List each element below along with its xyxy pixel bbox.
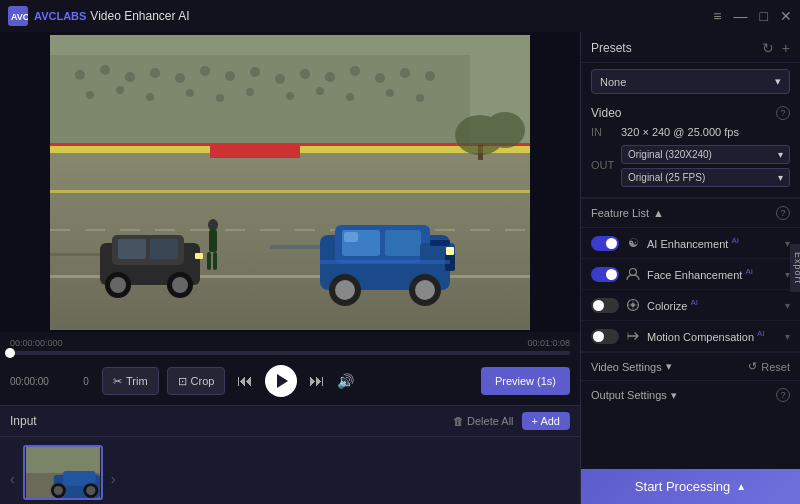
feature-list-label: Feature List <box>591 207 649 219</box>
next-media-button[interactable]: › <box>111 471 116 487</box>
motion-compensation-expand-icon[interactable]: ▾ <box>785 331 790 342</box>
ai-enhancement-icon: ☯ <box>625 235 641 251</box>
presets-dropdown[interactable]: None ▾ <box>591 69 790 94</box>
face-enhancement-toggle[interactable] <box>591 267 619 282</box>
trash-icon: 🗑 <box>453 415 464 427</box>
preview-button[interactable]: Preview (1s) <box>481 367 570 395</box>
video-section-title: Video <box>591 106 621 120</box>
skip-forward-button[interactable]: ⏭ <box>305 370 329 392</box>
play-button[interactable] <box>265 365 297 397</box>
svg-point-16 <box>350 66 360 76</box>
maximize-icon[interactable]: □ <box>760 8 768 24</box>
out-label: OUT <box>591 159 621 171</box>
menu-icon[interactable]: ≡ <box>713 8 721 24</box>
time-end: 00:01:0:08 <box>527 338 570 348</box>
svg-rect-50 <box>320 260 450 264</box>
prev-media-button[interactable]: ‹ <box>10 471 15 487</box>
toggle-knob <box>606 269 617 280</box>
video-help-icon[interactable]: ? <box>776 106 790 120</box>
controls-bar: 00:00:00 0 ✂ Trim ⊡ Crop ⏮ ⏭ 🔊 Preview (… <box>0 357 580 405</box>
skip-back-button[interactable]: ⏮ <box>233 370 257 392</box>
video-settings-label: Video Settings <box>591 361 662 373</box>
preview-label: Preview (1s) <box>495 375 556 387</box>
seekbar-thumb[interactable] <box>5 348 15 358</box>
out-resolution-dropdown[interactable]: Original (320X240) ▾ <box>621 145 790 164</box>
media-thumbnail[interactable] <box>23 445 103 500</box>
right-panel: Presets ↻ + None ▾ Video ? IN 320 × 240 … <box>580 32 800 504</box>
svg-point-82 <box>631 303 635 307</box>
svg-point-25 <box>246 88 254 96</box>
presets-value: None <box>600 76 626 88</box>
video-preview <box>50 35 530 330</box>
feature-item-face-enhancement: Face Enhancement AI ▾ <box>581 259 800 290</box>
reset-icon: ↺ <box>748 360 757 373</box>
motion-compensation-label: Motion Compensation AI <box>647 329 779 343</box>
video-out-row: OUT Original (320X240) ▾ Original (25 FP… <box>591 142 790 187</box>
svg-point-46 <box>335 280 355 300</box>
svg-rect-66 <box>478 145 483 160</box>
minimize-icon[interactable]: — <box>734 8 748 24</box>
chevron-down-icon: ▾ <box>778 149 783 160</box>
svg-point-28 <box>346 93 354 101</box>
colorize-toggle[interactable] <box>591 298 619 313</box>
colorize-label: Colorize AI <box>647 298 779 312</box>
seekbar-area: 00:00:00:000 00:01:0:08 <box>0 332 580 357</box>
out-resolution-value: Original (320X240) <box>628 149 712 160</box>
svg-point-26 <box>286 92 294 100</box>
delete-all-button[interactable]: 🗑 Delete All <box>453 415 513 427</box>
colorize-expand-icon[interactable]: ▾ <box>785 300 790 311</box>
right-panel-content: Presets ↻ + None ▾ Video ? IN 320 × 240 … <box>581 32 800 469</box>
add-preset-icon[interactable]: + <box>782 40 790 56</box>
svg-rect-49 <box>446 247 454 255</box>
seekbar-track[interactable] <box>10 351 570 355</box>
start-processing-button[interactable]: Start Processing ▲ <box>581 469 800 504</box>
svg-point-8 <box>150 68 160 78</box>
svg-point-15 <box>325 72 335 82</box>
out-fps-dropdown[interactable]: Original (25 FPS) ▾ <box>621 168 790 187</box>
play-icon <box>277 374 288 388</box>
add-button[interactable]: + Add <box>522 412 570 430</box>
svg-rect-63 <box>213 252 217 270</box>
feature-list-help-icon[interactable]: ? <box>776 206 790 220</box>
reset-label[interactable]: Reset <box>761 361 790 373</box>
video-settings-section[interactable]: Video Settings ▾ ↺ Reset <box>581 352 800 380</box>
output-settings-section[interactable]: Output Settings ▾ ? <box>581 380 800 409</box>
refresh-presets-icon[interactable]: ↻ <box>762 40 774 56</box>
crop-label: Crop <box>191 375 215 387</box>
toggle-knob <box>593 300 604 311</box>
ai-enhancement-toggle[interactable] <box>591 236 619 251</box>
left-panel: 00:00:00:000 00:01:0:08 00:00:00 0 ✂ Tri… <box>0 32 580 504</box>
in-label: IN <box>591 126 621 138</box>
trim-button[interactable]: ✂ Trim <box>102 367 159 395</box>
svg-text:AVC: AVC <box>11 12 28 22</box>
output-settings-help-icon[interactable]: ? <box>776 388 790 402</box>
volume-icon[interactable]: 🔊 <box>337 373 354 389</box>
input-content: ‹ <box>0 437 580 504</box>
svg-point-10 <box>200 66 210 76</box>
video-area <box>0 32 580 332</box>
start-processing-chevron-icon: ▲ <box>736 481 746 492</box>
svg-point-19 <box>425 71 435 81</box>
svg-rect-40 <box>385 230 421 256</box>
svg-rect-53 <box>118 239 146 259</box>
svg-point-18 <box>400 68 410 78</box>
colorize-icon <box>625 297 641 313</box>
delete-all-label: Delete All <box>467 415 513 427</box>
svg-rect-72 <box>26 447 100 473</box>
feature-item-colorize: Colorize AI ▾ <box>581 290 800 321</box>
video-in-row: IN 320 × 240 @ 25.000 fps <box>591 126 790 138</box>
brand-name: AVCLABS <box>34 10 86 22</box>
crop-button[interactable]: ⊡ Crop <box>167 367 226 395</box>
toggle-knob <box>606 238 617 249</box>
feature-list-title: Feature List ▲ <box>591 207 664 219</box>
export-label: Export <box>793 252 800 284</box>
svg-point-6 <box>100 65 110 75</box>
close-icon[interactable]: ✕ <box>780 8 792 24</box>
motion-compensation-toggle[interactable] <box>591 329 619 344</box>
export-tab[interactable]: Export <box>790 244 800 292</box>
svg-point-77 <box>53 486 62 495</box>
svg-rect-54 <box>150 239 178 259</box>
trim-label: Trim <box>126 375 148 387</box>
svg-point-9 <box>175 73 185 83</box>
svg-point-24 <box>216 94 224 102</box>
